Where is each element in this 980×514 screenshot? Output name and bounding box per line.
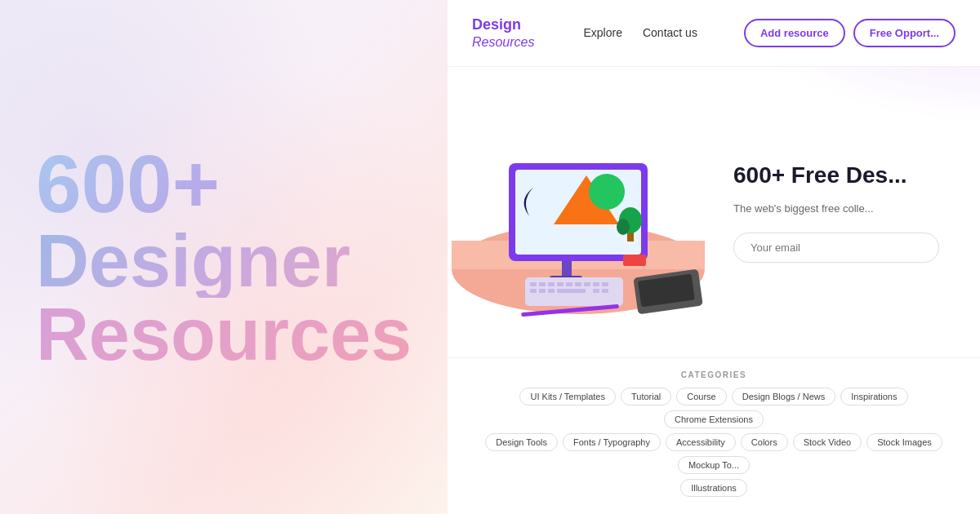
category-tag[interactable]: Colors [741, 433, 788, 451]
add-resource-button[interactable]: Add resource [744, 19, 845, 47]
svg-rect-13 [530, 282, 537, 286]
svg-rect-14 [539, 282, 546, 286]
svg-rect-24 [548, 289, 555, 293]
categories-section: CATEGORIES UI Kits / TemplatesTutorialCo… [448, 358, 980, 514]
hero-illustration [448, 98, 713, 326]
svg-rect-20 [593, 282, 599, 286]
logo-resources: Resources [472, 34, 534, 50]
hero-title: 600+ Free Des... [733, 161, 939, 190]
hero-word1: Designer [36, 224, 412, 298]
category-tag[interactable]: Chrome Extensions [664, 410, 764, 428]
navbar: Design Resources Explore Contact us Add … [448, 0, 980, 67]
category-tag[interactable]: Course [676, 388, 726, 405]
free-opport-button[interactable]: Free Opport... [853, 19, 956, 47]
svg-rect-19 [584, 282, 590, 286]
category-tag[interactable]: UI Kits / Templates [519, 388, 616, 405]
logo-design: Design [472, 16, 534, 34]
email-input[interactable] [751, 241, 922, 254]
svg-point-7 [589, 174, 625, 210]
category-tags-row-2: Design ToolsFonts / TypographyAccessibil… [468, 433, 960, 474]
category-tag[interactable]: Fonts / Typography [563, 433, 661, 451]
nav-buttons: Add resource Free Opport... [744, 19, 956, 47]
logo[interactable]: Design Resources [472, 16, 534, 50]
category-tag[interactable]: Design Tools [485, 433, 558, 451]
svg-rect-23 [539, 289, 546, 293]
svg-rect-27 [602, 289, 608, 293]
left-panel: 600+ Designer Resources [0, 0, 448, 514]
category-tag[interactable]: Accessibility [666, 433, 736, 451]
categories-label: CATEGORIES [468, 370, 960, 379]
illustration-container [448, 98, 717, 326]
svg-rect-15 [548, 282, 555, 286]
category-tag[interactable]: Mockup To... [678, 456, 750, 474]
email-input-wrap[interactable] [733, 233, 939, 263]
svg-rect-11 [623, 255, 646, 266]
category-tags-row-1: UI Kits / TemplatesTutorialCourseDesign … [468, 388, 960, 428]
category-tags-row-3: Illustrations [468, 479, 960, 497]
svg-rect-25 [557, 289, 586, 293]
svg-rect-22 [530, 289, 537, 293]
nav-links: Explore Contact us [583, 26, 719, 39]
svg-rect-17 [566, 282, 572, 286]
category-tag[interactable]: Stock Images [866, 433, 942, 451]
nav-contact[interactable]: Contact us [643, 26, 697, 39]
svg-rect-21 [602, 282, 608, 286]
svg-rect-16 [557, 282, 564, 286]
right-panel: Design Resources Explore Contact us Add … [448, 0, 980, 514]
hero-subtitle: The web's biggest free colle... [733, 201, 939, 217]
hero-text-block: 600+ Designer Resources [36, 143, 412, 371]
svg-point-10 [617, 219, 630, 235]
category-tag[interactable]: Illustrations [680, 479, 747, 497]
category-tag[interactable]: Stock Video [793, 433, 862, 451]
category-tag[interactable]: Inspirations [840, 388, 907, 405]
hero-number: 600+ [36, 143, 412, 224]
hero-word2: Resources [36, 298, 412, 371]
category-tag[interactable]: Design Blogs / News [732, 388, 836, 405]
hero-section: 600+ Free Des... The web's biggest free … [448, 67, 980, 357]
svg-rect-26 [593, 289, 599, 293]
svg-rect-18 [575, 282, 581, 286]
nav-explore[interactable]: Explore [583, 26, 621, 39]
hero-content: 600+ Free Des... The web's biggest free … [733, 161, 956, 263]
category-tag[interactable]: Tutorial [621, 388, 671, 405]
